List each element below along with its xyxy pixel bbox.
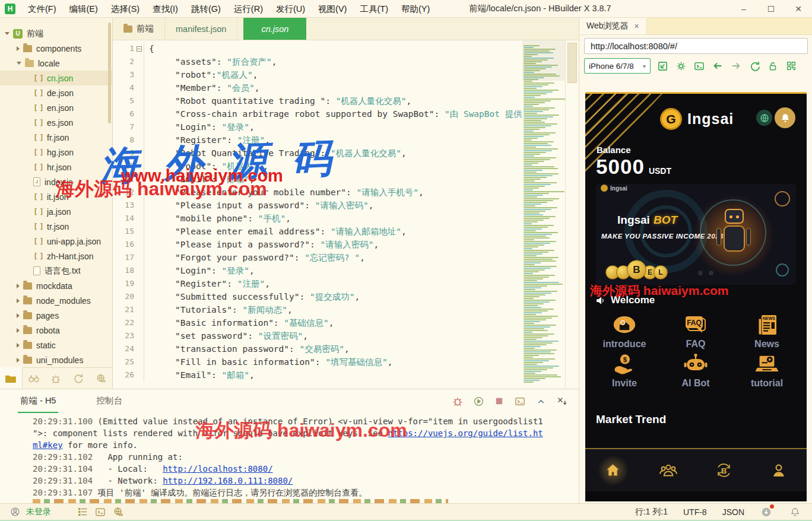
clear-close-icon[interactable] [555, 395, 568, 408]
promo-banner[interactable]: Ingsai IngsaiBOT MAKE YOU PASSIVE INCOME… [596, 184, 796, 285]
tree-item-robota[interactable]: robota [0, 323, 112, 338]
editor-scrollbar[interactable] [565, 40, 579, 389]
tree-item-components[interactable]: components [0, 41, 112, 56]
minimap-viewport[interactable] [522, 40, 565, 81]
shortcut-News[interactable]: NEWSNews [731, 312, 803, 351]
menu-item-4[interactable]: 跳转(G) [185, 0, 227, 18]
tree-item-index.js[interactable]: Jindex.js [0, 174, 112, 189]
shortcut-Invite[interactable]: $Invite [589, 351, 660, 390]
device-select[interactable]: iPhone 6/7/8 ▾ [584, 58, 651, 74]
tab-manifest-json[interactable]: manifest.json [165, 18, 237, 40]
tree-item-前端[interactable]: U前端 [0, 26, 112, 41]
nav-home-icon[interactable] [597, 454, 630, 487]
files-panel-button[interactable] [0, 367, 23, 389]
settings-gear-icon[interactable] [674, 59, 687, 72]
console-link[interactable]: http://192.168.0.111:8080/ [163, 476, 293, 485]
tab-project[interactable]: 前端 [113, 18, 165, 40]
tree-item-static[interactable]: static [0, 338, 112, 352]
update-icon[interactable] [760, 506, 773, 519]
forward-icon[interactable] [729, 59, 743, 72]
tree-item-es.json[interactable]: [ ]es.json [0, 115, 112, 130]
close-button[interactable]: ✕ [785, 0, 812, 18]
tree-item-tr.json[interactable]: [ ]tr.json [0, 219, 112, 234]
menu-item-7[interactable]: 视图(V) [312, 0, 353, 18]
chevron-right-icon[interactable] [17, 343, 20, 348]
refresh-icon[interactable] [748, 59, 761, 72]
console-link[interactable]: https://vuejs.org/guide/list.ht [388, 428, 543, 438]
menu-item-5[interactable]: 运行(R) [227, 0, 269, 18]
console-link[interactable]: http://localhost:8080/ [163, 464, 272, 474]
language-globe-icon[interactable] [756, 110, 772, 126]
outline-list-icon[interactable] [76, 506, 89, 519]
chevron-right-icon[interactable] [17, 358, 20, 363]
search-panel-button[interactable] [23, 368, 45, 389]
debug-icon[interactable] [451, 395, 464, 408]
encoding[interactable]: UTF-8 [683, 507, 707, 517]
tree-item-de.json[interactable]: [ ]de.json [0, 85, 112, 100]
minimize-button[interactable]: – [730, 0, 757, 18]
tree-item-pages[interactable]: pages [0, 308, 112, 323]
open-external-icon[interactable] [656, 59, 669, 72]
menu-item-8[interactable]: 工具(T) [353, 0, 395, 18]
notification-bell-icon[interactable] [775, 107, 795, 128]
tab-cn-json[interactable]: cn.json [243, 18, 306, 40]
sync-panel-button[interactable] [67, 368, 90, 389]
code-editor[interactable]: 1−{2"assets": "折合资产",3"robot":"机器人",4"Me… [113, 40, 522, 389]
chevron-right-icon[interactable] [17, 328, 20, 333]
login-status[interactable]: 未登录 [26, 507, 51, 517]
terminal-icon[interactable] [693, 59, 706, 72]
tree-item-locale[interactable]: locale [0, 56, 112, 71]
tree-item-fr.json[interactable]: [ ]fr.json [0, 130, 112, 145]
open-terminal-icon[interactable] [513, 395, 526, 408]
qrcode-icon[interactable] [785, 59, 798, 72]
tree-item-zh-Hant.json[interactable]: [ ]zh-Hant.json [0, 249, 112, 263]
tree-item-hg.json[interactable]: [ ]hg.json [0, 145, 112, 160]
tree-item-it.json[interactable]: [ ]it.json [0, 189, 112, 204]
menu-item-1[interactable]: 编辑(E) [63, 0, 104, 18]
bell-icon[interactable] [788, 506, 801, 519]
console-link[interactable]: ml#key [33, 440, 63, 450]
shortcut-AI Bot[interactable]: AI Bot [660, 351, 731, 390]
menu-item-2[interactable]: 选择(S) [104, 0, 146, 18]
tree-item-ja.json[interactable]: [ ]ja.json [0, 204, 112, 219]
stop-icon[interactable] [493, 395, 506, 408]
maximize-button[interactable]: ☐ [757, 0, 785, 18]
console-tab-h5[interactable]: 前端 - H5 [18, 389, 58, 413]
tree-item-语言包.txt[interactable]: 语言包.txt [0, 263, 112, 278]
minimap[interactable] [522, 40, 565, 389]
url-input[interactable] [584, 38, 808, 54]
collapse-panel-icon[interactable] [534, 395, 547, 408]
menu-item-6[interactable]: 发行(U) [269, 0, 312, 18]
file-type[interactable]: JSON [722, 507, 744, 517]
menu-item-0[interactable]: 文件(F) [21, 0, 63, 18]
fold-marker-icon[interactable]: − [137, 46, 142, 52]
tree-item-mockdata[interactable]: mockdata [0, 278, 112, 293]
run-icon[interactable] [472, 395, 485, 408]
tree-item-uni_modules[interactable]: uni_modules [0, 352, 112, 367]
console-tab-console[interactable]: 控制台 [94, 389, 125, 413]
shortcut-FAQ[interactable]: FAQFAQ [660, 312, 731, 351]
nav-users-icon[interactable] [652, 454, 685, 487]
tree-item-hr.json[interactable]: [ ]hr.json [0, 160, 112, 174]
browser-tab[interactable]: Web浏览器 × [579, 18, 647, 34]
tree-item-uni-app.ja.json[interactable]: [ ]uni-app.ja.json [0, 234, 112, 249]
chevron-down-icon[interactable] [5, 32, 9, 35]
nav-profile-icon[interactable] [762, 454, 795, 487]
chevron-down-icon[interactable] [17, 62, 21, 65]
shortcut-tutorial[interactable]: tutorial [731, 351, 803, 390]
nav-bitcoin-icon[interactable]: B [707, 454, 740, 487]
editor-scrollbar-thumb[interactable] [567, 43, 577, 83]
cursor-position[interactable]: 行:1 列:1 [635, 507, 668, 517]
web-panel-button[interactable] [90, 368, 112, 389]
account-icon[interactable] [8, 506, 21, 519]
close-icon[interactable]: × [635, 21, 639, 31]
chevron-right-icon[interactable] [17, 313, 20, 318]
shortcut-introduce[interactable]: introduce [589, 312, 660, 351]
debug-panel-button[interactable] [45, 368, 68, 389]
explorer-scrollbar[interactable] [108, 23, 111, 123]
chevron-right-icon[interactable] [17, 284, 20, 288]
chevron-right-icon[interactable] [17, 298, 20, 303]
tree-item-en.json[interactable]: [ ]en.json [0, 100, 112, 115]
carousel-dots[interactable] [698, 271, 713, 275]
tree-item-node_modules[interactable]: node_modules [0, 293, 112, 308]
